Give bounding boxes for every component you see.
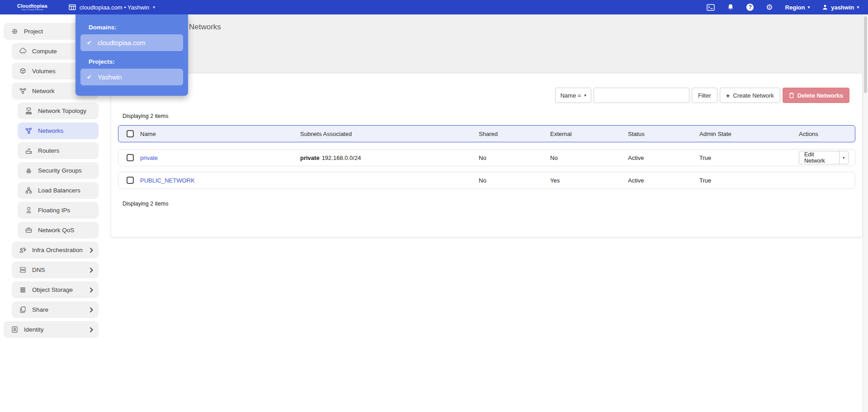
bell-icon[interactable] [727, 4, 734, 11]
sidebar-item-infra-orchestration[interactable]: Infra Orchestration [12, 242, 99, 258]
filter-field-select[interactable]: Name = ▾ [555, 88, 591, 103]
sidebar-item-network-qos[interactable]: Network QoS [18, 222, 99, 239]
chevron-right-icon [90, 327, 93, 332]
infra-orchestration-icon [18, 246, 27, 254]
navbar-right: ? ⚙ Region ▾ yashwin ▾ [707, 4, 859, 11]
console-icon[interactable] [707, 4, 715, 11]
sidebar-item-floating-ips[interactable]: Floating IPs [18, 202, 99, 219]
chevron-right-icon [90, 267, 93, 273]
sidebar-item-label: Security Groups [38, 167, 82, 174]
external-cell: No [550, 154, 628, 161]
object-storage-icon [18, 286, 27, 294]
volumes-cube-icon [18, 67, 27, 75]
table-row: private private192.168.0.0/24 No No Acti… [118, 149, 855, 166]
row-checkbox[interactable] [127, 177, 134, 184]
help-icon[interactable]: ? [746, 4, 754, 11]
user-icon [822, 4, 828, 10]
caret-down-icon: ▾ [857, 5, 859, 9]
sidebar-item-share[interactable]: Share [12, 301, 99, 318]
caret-down-icon: ▾ [153, 5, 155, 9]
scrollbar-thumb[interactable] [864, 16, 867, 93]
settings-gear-icon[interactable]: ⚙ [766, 4, 773, 11]
chevron-right-icon [90, 248, 93, 253]
sidebar-item-security-groups[interactable]: Security Groups [18, 162, 99, 179]
table-header-row: Name Subnets Associated Shared External … [118, 125, 855, 142]
sidebar-item-label: Routers [38, 147, 59, 154]
actions-dropdown-toggle[interactable]: ▾ [840, 151, 848, 164]
chevron-right-icon [90, 287, 93, 293]
external-cell: Yes [550, 177, 628, 184]
shared-cell: No [479, 154, 550, 161]
load-balancer-icon [24, 187, 33, 194]
user-label: yashwin [831, 4, 854, 11]
region-menu[interactable]: Region ▾ [785, 4, 810, 11]
router-icon [24, 147, 33, 154]
col-actions: Actions [799, 131, 855, 137]
sidebar-item-network-topology[interactable]: Network Topology [18, 103, 99, 119]
row-actions: Edit Network ▾ [799, 151, 849, 164]
sidebar-item-label: Networks [38, 127, 63, 134]
domain-option-cloudtopiaa[interactable]: ✔ cloudtopiaa.com [80, 34, 183, 51]
status-cell: Active [628, 154, 699, 161]
app-logo[interactable]: Cloudtopiaa Your Cloud Partner [17, 3, 47, 11]
domain-project-dropdown: Domains: ✔ cloudtopiaa.com Projects: ✔ Y… [75, 14, 188, 96]
edit-network-button[interactable]: Edit Network [799, 151, 840, 164]
delete-networks-button[interactable]: Delete Networks [783, 88, 849, 103]
domains-group: Domains: ✔ cloudtopiaa.com [80, 24, 183, 51]
user-menu[interactable]: yashwin ▾ [822, 4, 859, 11]
context-label: cloudtopiaa.com • Yashwin [80, 4, 149, 11]
col-subnets: Subnets Associated [300, 131, 479, 137]
table-row: PUBLIC_NETWORK No Yes Active True [118, 172, 855, 189]
filter-input[interactable] [594, 88, 689, 103]
chevron-right-icon [90, 307, 93, 313]
security-groups-icon [24, 167, 33, 174]
check-icon: ✔ [87, 39, 92, 46]
filter-field-label: Name = [560, 92, 581, 99]
network-name-link[interactable]: private [140, 154, 158, 161]
project-option-yashwin[interactable]: ✔ Yashwin [80, 69, 183, 85]
col-external: External [550, 131, 628, 137]
floating-ip-icon [24, 206, 33, 214]
plus-icon: + [726, 92, 730, 99]
caret-down-icon: ▾ [584, 94, 586, 98]
row-checkbox[interactable] [127, 154, 134, 161]
projects-heading: Projects: [89, 58, 183, 65]
sidebar-item-label: Network [32, 88, 55, 94]
create-network-button[interactable]: + Create Network [720, 88, 780, 103]
select-all-cell [118, 130, 140, 137]
sidebar-item-label: Floating IPs [38, 207, 70, 214]
item-count-top: Displaying 2 items [123, 113, 855, 119]
sidebar-item-label: Volumes [32, 68, 56, 75]
table-toolbar: Name = ▾ Filter + Create Network Delete … [118, 88, 849, 103]
page-scrollbar[interactable] [863, 14, 868, 412]
sidebar-item-label: Share [32, 306, 48, 313]
sidebar-item-label: Load Balancers [38, 187, 80, 194]
shared-cell: No [479, 177, 550, 184]
subnet-cidr: 192.168.0.0/24 [322, 154, 361, 161]
sidebar-item-label: DNS [32, 267, 45, 273]
sidebar-item-identity[interactable]: Identity [4, 321, 99, 338]
projects-group: Projects: ✔ Yashwin [80, 58, 183, 85]
status-cell: Active [628, 177, 699, 184]
networks-icon [24, 127, 33, 135]
sidebar-item-label: Infra Orchestration [32, 247, 83, 253]
sidebar-item-dns[interactable]: DNS [12, 262, 99, 278]
table-icon [69, 4, 76, 10]
sidebar-item-networks[interactable]: Networks [18, 122, 99, 139]
sidebar-item-label: Project [24, 28, 43, 35]
filter-button[interactable]: Filter [692, 88, 717, 103]
page-title: Networks [189, 23, 221, 32]
col-status: Status [628, 131, 699, 137]
select-all-checkbox[interactable] [127, 130, 134, 137]
networks-panel: Name = ▾ Filter + Create Network Delete … [111, 73, 863, 237]
sidebar-item-object-storage[interactable]: Object Storage [12, 281, 99, 298]
sidebar-item-routers[interactable]: Routers [18, 142, 99, 159]
network-topology-icon [24, 107, 33, 115]
sidebar-item-load-balancers[interactable]: Load Balancers [18, 182, 99, 199]
network-name-link[interactable]: PUBLIC_NETWORK [140, 177, 195, 184]
logo-tagline: Your Cloud Partner [21, 9, 44, 11]
domain-project-switcher[interactable]: cloudtopiaa.com • Yashwin ▾ [69, 4, 155, 11]
project-option-label: Yashwin [98, 74, 122, 81]
network-nodes-icon [18, 87, 27, 95]
top-navbar: Cloudtopiaa Your Cloud Partner cloudtopi… [0, 0, 868, 14]
